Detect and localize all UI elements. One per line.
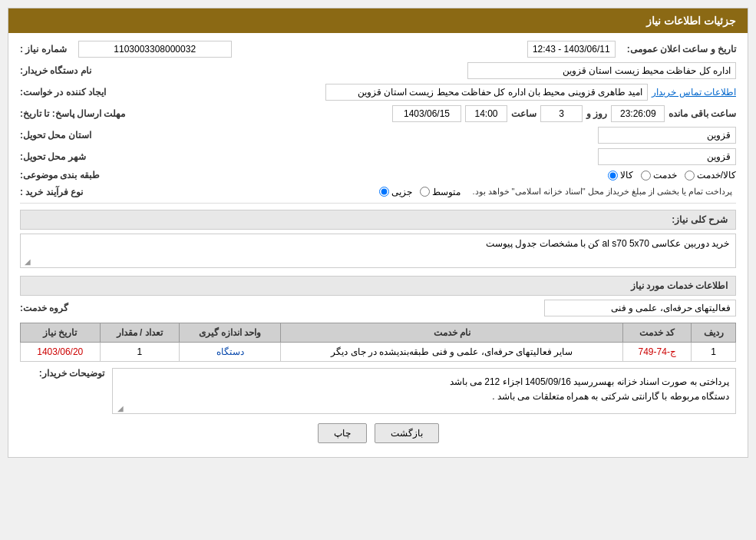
category-kala-khedmat-label: کالا/خدمت <box>697 170 736 181</box>
cell-row: 1 <box>692 343 736 362</box>
col-header-row: ردیف <box>692 323 736 343</box>
deadline-remaining-value: 23:26:09 <box>611 105 665 122</box>
creator-label: ایجاد کننده در خواست: <box>20 87 106 98</box>
category-khedmat-label: خدمت <box>653 170 677 181</box>
cell-unit: دستگاه <box>179 343 280 362</box>
col-header-qty: تعداد / مقدار <box>100 323 179 343</box>
need-desc-section-header: شرح کلی نیاز: <box>20 210 736 230</box>
category-kala-label: کالا <box>620 170 633 181</box>
cell-name: سایر فعالیتهای حرفه‌ای، علمی و فنی طبقه‌… <box>281 343 623 362</box>
delivery-city-value: قزوین <box>598 148 736 165</box>
category-label: طبقه بندی موضوعی: <box>20 170 100 181</box>
purchase-type-radio-group: متوسط جزیی <box>379 187 461 197</box>
deadline-remaining-label: ساعت باقی مانده <box>669 108 736 119</box>
buyer-notes-resize: ◢ <box>114 403 124 412</box>
services-table-section: ردیف کد خدمت نام خدمت واحد اندازه گیری ت… <box>20 323 736 362</box>
purchase-type-radio-motavasset[interactable] <box>420 187 430 197</box>
cell-code: ج-74-749 <box>623 343 692 362</box>
print-button[interactable]: چاپ <box>318 423 367 443</box>
buyer-org-label: نام دستگاه خریدار: <box>20 65 91 76</box>
purchase-type-motavasset-label: متوسط <box>432 187 461 197</box>
category-option-kala-khedmat[interactable]: کالا/خدمت <box>685 170 736 181</box>
services-section-header: اطلاعات خدمات مورد نیاز <box>20 276 736 296</box>
need-desc-value: خرید دوربین عکاسی al s70 5x70 کن با مشخص… <box>20 234 736 268</box>
announcement-date-value: 1403/06/11 - 12:43 <box>527 41 616 58</box>
delivery-province-label: استان محل تحویل: <box>20 130 91 141</box>
category-radio-kala-khedmat[interactable] <box>685 171 695 181</box>
contact-info-link[interactable]: اطلاعات تماس خریدار <box>652 87 736 98</box>
purchase-type-option-jozii[interactable]: جزیی <box>379 187 412 197</box>
purchase-type-option-motavasset[interactable]: متوسط <box>420 187 461 197</box>
buyer-notes-text: پرداختی به صورت اسناد خزانه بهسررسید 140… <box>450 376 729 402</box>
category-radio-kala[interactable] <box>608 171 618 181</box>
category-radio-khedmat[interactable] <box>641 171 651 181</box>
services-table: ردیف کد خدمت نام خدمت واحد اندازه گیری ت… <box>20 323 736 362</box>
col-header-unit: واحد اندازه گیری <box>179 323 280 343</box>
delivery-city-label: شهر محل تحویل: <box>20 151 86 162</box>
buyer-notes-value: پرداختی به صورت اسناد خزانه بهسررسید 140… <box>112 368 736 414</box>
deadline-date-value: 1403/06/15 <box>392 105 461 122</box>
buyer-org-value: اداره کل حفاظت محیط زیست استان قزوین <box>467 62 736 79</box>
purchase-type-radio-jozii[interactable] <box>379 187 389 197</box>
buyer-notes-label: توضیحات خریدار: <box>20 368 104 379</box>
purchase-type-label: نوع فرآیند خرید : <box>20 187 83 197</box>
cell-qty: 1 <box>100 343 179 362</box>
service-group-value[interactable]: فعالیتهای حرفه‌ای، علمی و فنی <box>544 300 736 316</box>
category-option-khedmat[interactable]: خدمت <box>641 170 677 181</box>
col-header-name: نام خدمت <box>281 323 623 343</box>
cell-date: 1403/06/20 <box>21 343 101 362</box>
table-row: 1 ج-74-749 سایر فعالیتهای حرفه‌ای، علمی … <box>21 343 736 362</box>
deadline-time-label: ساعت <box>511 108 536 119</box>
col-header-code: کد خدمت <box>623 323 692 343</box>
deadline-label: مهلت ارسال پاسخ: تا تاریخ: <box>20 108 125 119</box>
deadline-time-value: 14:00 <box>465 105 507 122</box>
deadline-days-value: 3 <box>540 105 583 122</box>
creator-value: امید طاهری قزوینی محیط بان اداره کل حفاظ… <box>325 84 648 101</box>
need-number-value: 1103003308000032 <box>78 41 232 58</box>
service-group-label: گروه خدمت: <box>20 303 68 313</box>
announcement-date-label: تاریخ و ساعت اعلان عمومی: <box>627 44 736 55</box>
deadline-day-label: روز و <box>586 108 607 119</box>
purchase-type-note: پرداخت تمام یا بخشی از مبلغ خریداز محل "… <box>468 185 736 198</box>
delivery-province-value: قزوین <box>598 127 736 144</box>
purchase-type-jozii-label: جزیی <box>391 187 412 197</box>
col-header-date: تاریخ نیاز <box>21 323 101 343</box>
back-button[interactable]: بازگشت <box>375 423 439 443</box>
category-radio-group: کالا/خدمت خدمت کالا <box>608 170 736 181</box>
page-title: جزئیات اطلاعات نیاز <box>8 8 748 33</box>
category-option-kala[interactable]: کالا <box>608 170 633 181</box>
need-number-label: شماره نیاز : <box>20 44 67 55</box>
resize-handle: ◢ <box>21 257 31 267</box>
button-row: بازگشت چاپ <box>20 423 736 443</box>
